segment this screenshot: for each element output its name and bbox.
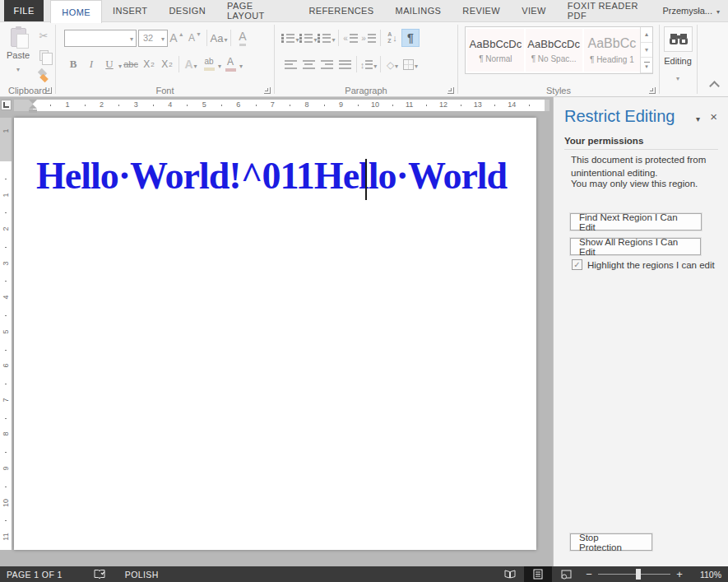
read-mode-button[interactable] <box>496 566 524 582</box>
font-color-button[interactable]: A <box>221 55 239 73</box>
tab-design[interactable]: DESIGN <box>158 0 216 21</box>
borders-button[interactable] <box>401 55 420 73</box>
tab-view[interactable]: VIEW <box>511 0 557 21</box>
font-size-value: 32 <box>143 33 153 43</box>
style-heading-1[interactable]: AaBbCc ¶ Heading 1 <box>584 29 641 72</box>
styles-scroll-down-button[interactable] <box>641 43 652 58</box>
subscript-button[interactable]: X2 <box>140 55 158 73</box>
align-center-icon <box>303 60 315 69</box>
underline-button[interactable]: U <box>100 55 118 73</box>
change-case-button[interactable]: Aa <box>210 29 228 47</box>
chevron-down-icon[interactable] <box>16 60 20 75</box>
show-all-regions-button[interactable]: Show All Regions I Can Edit <box>570 238 701 255</box>
shading-button[interactable] <box>383 55 401 73</box>
tab-review[interactable]: REVIEW <box>452 0 511 21</box>
stop-protection-button[interactable]: Stop Protection <box>570 533 652 551</box>
chevron-down-icon[interactable] <box>161 33 165 43</box>
page-indicator[interactable]: PAGE 1 OF 1 <box>7 570 63 580</box>
zoom-in-button[interactable]: + <box>670 568 689 580</box>
user-account-menu[interactable]: Przemysła... <box>662 0 720 21</box>
chevron-down-icon[interactable] <box>239 57 243 72</box>
style-normal[interactable]: AaBbCcDc ¶ Normal <box>467 29 524 72</box>
font-dialog-launcher-icon[interactable] <box>264 87 271 94</box>
editing-label: Editing <box>660 56 696 66</box>
group-styles: AaBbCcDc ¶ Normal AaBbCcDc ¶ No Spac... … <box>458 22 659 97</box>
web-layout-button[interactable] <box>552 566 580 582</box>
styles-more-button[interactable] <box>641 58 652 73</box>
show-hide-formatting-button[interactable]: ¶ <box>401 29 420 47</box>
tab-home[interactable]: HOME <box>50 0 102 23</box>
align-left-button[interactable] <box>281 55 299 73</box>
clear-formatting-button[interactable]: A <box>234 29 252 47</box>
numbering-button[interactable] <box>299 29 318 47</box>
italic-button[interactable]: I <box>82 55 100 73</box>
collapse-ribbon-icon[interactable] <box>709 81 720 91</box>
increase-indent-button[interactable]: » <box>359 29 378 47</box>
ruler-number: 10 <box>2 497 10 509</box>
cut-button[interactable] <box>35 26 53 44</box>
grow-font-button[interactable]: A▲ <box>168 29 186 47</box>
v-ruler[interactable]: 11234567891011 <box>0 118 12 550</box>
align-center-button[interactable] <box>299 55 318 73</box>
bold-button[interactable]: B <box>64 55 82 73</box>
align-right-button[interactable] <box>318 55 336 73</box>
style-no-spacing[interactable]: AaBbCcDc ¶ No Spac... <box>526 29 582 72</box>
tab-references[interactable]: REFERENCES <box>298 0 384 21</box>
decrease-indent-button[interactable]: « <box>341 29 359 47</box>
chevron-down-icon[interactable] <box>676 69 679 83</box>
font-name-combo[interactable] <box>64 30 137 47</box>
left-indent-marker[interactable] <box>29 109 37 113</box>
highlight-color-button[interactable]: ab <box>200 55 218 73</box>
sort-button[interactable]: AZ↓ <box>383 29 401 47</box>
group-clipboard: Paste Clipboard <box>0 22 55 97</box>
chevron-down-icon <box>716 6 720 16</box>
ruler-number: 13 <box>474 100 482 109</box>
styles-gallery-scrollbar <box>640 27 652 73</box>
find-next-region-button[interactable]: Find Next Region I Can Edit <box>570 213 702 230</box>
text-effects-button[interactable]: A <box>182 55 200 73</box>
shrink-font-button[interactable]: A▼ <box>186 29 204 47</box>
ruler-number: 3 <box>2 258 10 269</box>
zoom-level[interactable]: 110% <box>689 570 721 580</box>
bullets-button[interactable] <box>281 29 299 47</box>
copy-icon <box>39 50 49 61</box>
language-indicator[interactable]: POLISH <box>125 570 159 580</box>
clipboard-dialog-launcher-icon[interactable] <box>45 87 52 94</box>
line-spacing-button[interactable] <box>359 55 378 73</box>
document-page[interactable]: Hello·World!^011Hello·World <box>14 118 536 550</box>
font-size-combo[interactable]: 32 <box>138 30 168 47</box>
justify-button[interactable] <box>336 55 354 73</box>
font-group-label: Font <box>56 86 274 95</box>
format-painter-button[interactable] <box>35 66 53 84</box>
print-layout-button[interactable] <box>524 566 552 582</box>
highlight-regions-checkbox[interactable] <box>572 259 582 270</box>
hanging-indent-marker[interactable] <box>29 105 37 109</box>
chevron-down-icon[interactable] <box>130 33 133 43</box>
h-ruler[interactable]: 1234567891011121314 <box>14 100 549 111</box>
tab-page-layout[interactable]: PAGE LAYOUT <box>216 0 298 21</box>
zoom-slider[interactable] <box>598 566 670 582</box>
tab-foxit-reader-pdf[interactable]: FOXIT READER PDF <box>557 0 663 21</box>
strikethrough-button[interactable]: abc <box>122 55 140 73</box>
paragraph-dialog-launcher-icon[interactable] <box>447 87 454 94</box>
multilevel-list-button[interactable] <box>318 29 336 47</box>
paste-button[interactable]: Paste <box>5 26 31 89</box>
zoom-slider-thumb[interactable] <box>636 569 641 580</box>
superscript-button[interactable]: X2 <box>158 55 176 73</box>
line-spacing-icon <box>360 58 365 71</box>
styles-group-label: Styles <box>458 86 659 95</box>
tab-insert[interactable]: INSERT <box>102 0 159 21</box>
tab-mailings[interactable]: MAILINGS <box>385 0 452 21</box>
styles-dialog-launcher-icon[interactable] <box>649 87 656 94</box>
pane-options-icon[interactable] <box>696 114 700 123</box>
zoom-out-button[interactable]: − <box>580 568 598 580</box>
copy-button[interactable] <box>35 46 53 64</box>
proofing-button[interactable] <box>94 569 105 580</box>
first-line-indent-marker[interactable] <box>29 100 37 104</box>
tab-file[interactable]: FILE <box>4 0 44 21</box>
styles-scroll-up-button[interactable] <box>641 27 652 43</box>
tab-stop-selector[interactable] <box>1 100 12 110</box>
pane-close-icon[interactable] <box>710 109 717 123</box>
ruler-number: 4 <box>2 291 10 303</box>
editing-button[interactable] <box>664 26 693 52</box>
